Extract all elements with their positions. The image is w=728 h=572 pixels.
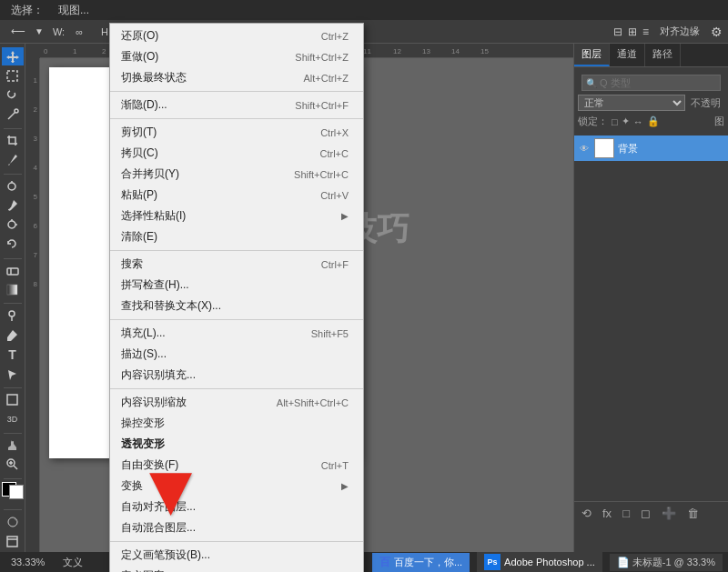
ruler-left: 0 1 2 3 4 5 6 7 8 <box>25 44 40 552</box>
cm-undo[interactable]: 还原(O) Ctrl+Z <box>110 25 363 46</box>
ps-icon: Ps <box>484 554 500 570</box>
add-mask-button[interactable]: □ <box>619 506 633 521</box>
cm-sep1 <box>110 91 363 92</box>
cm-copy[interactable]: 拷贝(C) Ctrl+C <box>110 143 363 164</box>
layer-search-input[interactable] <box>600 77 725 88</box>
lock-icon-3[interactable]: ↔ <box>633 116 643 127</box>
cm-define-brush[interactable]: 定义画笔预设(B)... <box>110 545 363 566</box>
cm-content-aware-fill[interactable]: 内容识别填充... <box>110 365 363 386</box>
cm-spellcheck[interactable]: 拼写检查(H)... <box>110 275 363 296</box>
tool-magic-wand[interactable] <box>2 106 24 125</box>
cm-undo-label: 还原(O) <box>121 28 158 44</box>
tool-select-rect[interactable] <box>2 67 24 85</box>
layer-visibility-eye[interactable]: 👁 <box>578 142 591 155</box>
tool-zoom[interactable] <box>2 456 24 474</box>
cm-stroke-label: 描边(S)... <box>121 346 167 362</box>
tool-move[interactable] <box>2 47 24 65</box>
left-toolbar: T 3D <box>0 44 25 552</box>
lock-icon-1[interactable]: □ <box>612 116 618 127</box>
tool-screen-mode[interactable] <box>2 533 24 551</box>
baidu-icon: 百 <box>379 555 390 570</box>
cm-content-aware-scale-shortcut: Alt+Shift+Ctrl+C <box>277 397 349 408</box>
cm-perspective-warp[interactable]: 透视变形 <box>110 434 363 455</box>
cm-auto-align[interactable]: 自动对齐图层... <box>110 497 363 517</box>
cm-cut[interactable]: 剪切(T) Ctrl+X <box>110 122 363 143</box>
tool-history-brush[interactable] <box>2 236 24 254</box>
menu-view[interactable]: 现图... <box>51 1 96 20</box>
cm-define-pattern[interactable]: 定义图案... <box>110 566 363 572</box>
tool-eyedropper[interactable] <box>2 151 24 169</box>
tool-pen[interactable] <box>2 326 24 345</box>
lock-icon-2[interactable]: ✦ <box>622 115 630 127</box>
tool-dodge[interactable] <box>2 306 24 325</box>
svg-rect-0 <box>7 71 17 81</box>
svg-point-5 <box>8 221 15 228</box>
background-color[interactable] <box>9 485 24 499</box>
cm-find-replace[interactable]: 查找和替换文本(X)... <box>110 296 363 316</box>
link-layers-button[interactable]: ⟲ <box>578 506 595 521</box>
tool-eraser[interactable] <box>2 261 24 279</box>
cm-transform[interactable]: 变换 ▶ <box>110 476 363 497</box>
cm-fade[interactable]: 渐隐(D)... Shift+Ctrl+F <box>110 95 363 115</box>
cm-stroke[interactable]: 描边(S)... <box>110 344 363 365</box>
layer-item-background[interactable]: 👁 背景 <box>574 135 728 161</box>
new-group-button[interactable]: ◻ <box>637 506 654 521</box>
tool-spot-heal[interactable] <box>2 177 24 196</box>
tool-text[interactable]: T <box>2 346 24 364</box>
tool-hand[interactable] <box>2 437 24 455</box>
cm-define-pattern-label: 定义图案... <box>121 568 174 572</box>
cm-auto-blend[interactable]: 自动混合图层... <box>110 517 363 538</box>
cm-free-transform[interactable]: 自由变换(F) Ctrl+T <box>110 455 363 476</box>
cm-fill[interactable]: 填充(L)... Shift+F5 <box>110 323 363 344</box>
cm-redo[interactable]: 重做(O) Shift+Ctrl+Z <box>110 46 363 67</box>
tool-lasso[interactable] <box>2 86 24 105</box>
menu-select[interactable]: 选择： <box>4 1 51 20</box>
tool-shape[interactable] <box>2 391 24 409</box>
cm-puppet-warp[interactable]: 操控变形 <box>110 413 363 434</box>
tool-crop[interactable] <box>2 132 24 150</box>
cm-clear[interactable]: 清除(E) <box>110 226 363 247</box>
taskbar-doc[interactable]: 📄 未标题-1 @ 33.3% <box>610 554 723 571</box>
cm-copy-merged[interactable]: 合并拷贝(Y) Shift+Ctrl+C <box>110 164 363 185</box>
tool-quick-mask[interactable] <box>2 513 24 531</box>
cm-content-aware-scale[interactable]: 内容识别缩放 Alt+Shift+Ctrl+C <box>110 392 363 413</box>
cm-paste[interactable]: 粘贴(P) Ctrl+V <box>110 185 363 206</box>
svg-rect-19 <box>7 537 17 547</box>
settings-icon[interactable]: ⚙ <box>711 25 723 39</box>
cm-fade-label: 渐隐(D)... <box>121 97 167 113</box>
taskbar-ps[interactable]: Ps Adobe Photoshop ... <box>477 552 602 572</box>
new-layer-button[interactable]: ➕ <box>658 506 680 521</box>
taskbar-baidu[interactable]: 百 百度一下，你... <box>372 553 470 572</box>
tool-3d[interactable]: 3D <box>2 411 24 429</box>
blend-mode-select[interactable]: 正常 <box>578 95 685 111</box>
align-icon[interactable]: ⊟ <box>613 25 622 38</box>
cm-toggle-final[interactable]: 切换最终状态 Alt+Ctrl+Z <box>110 67 363 88</box>
layer-search[interactable]: 🔍 <box>581 75 721 91</box>
cm-sep5 <box>110 388 363 389</box>
tool-clone-stamp[interactable] <box>2 216 24 235</box>
cm-paste-label: 粘贴(P) <box>121 187 157 203</box>
cm-copy-label: 拷贝(C) <box>121 146 158 161</box>
svg-point-3 <box>8 183 15 190</box>
cm-cut-shortcut: Ctrl+X <box>320 127 349 138</box>
tab-paths[interactable]: 路径 <box>645 44 681 66</box>
color-swatches[interactable] <box>2 482 24 500</box>
layer-styles-button[interactable]: fx <box>599 506 615 521</box>
cm-sep6 <box>110 541 363 542</box>
tool-brush[interactable] <box>2 196 24 215</box>
tool-gradient[interactable] <box>2 281 24 299</box>
tab-layers[interactable]: 图层 <box>574 44 610 66</box>
cm-search[interactable]: 搜索 Ctrl+F <box>110 254 363 275</box>
cm-clear-label: 清除(E) <box>121 229 157 245</box>
tab-channels[interactable]: 通道 <box>610 44 645 66</box>
align-icon3[interactable]: ≡ <box>642 25 649 38</box>
tool-path-select[interactable] <box>2 366 24 384</box>
cm-paste-special[interactable]: 选择性粘贴(I) ▶ <box>110 206 363 226</box>
delete-layer-button[interactable]: 🗑 <box>683 506 703 521</box>
panel-tabs: 图层 通道 路径 <box>574 44 728 67</box>
doc-icon: 📄 <box>617 557 630 568</box>
align-icon2[interactable]: ⊞ <box>628 25 637 38</box>
lock-icon-4[interactable]: 🔒 <box>647 115 660 127</box>
submenu-arrow: ▶ <box>341 211 349 221</box>
panel-layers-section: 🔍 正常 不透明 锁定： □ ✦ ↔ 🔒 图 <box>574 67 728 135</box>
